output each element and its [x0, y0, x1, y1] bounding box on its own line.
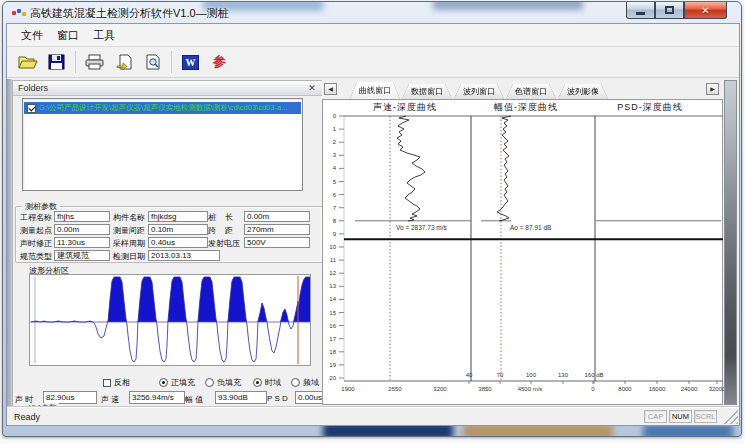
- param-label: 发射电压: [208, 238, 240, 249]
- svg-text:Vo = 2837.73 m/s: Vo = 2837.73 m/s: [396, 224, 448, 231]
- svg-text:17: 17: [329, 336, 336, 342]
- tab-bar: ◀ 曲线窗口数据窗口波列窗口色谱窗口波列影像 ▶: [322, 80, 739, 99]
- file-list[interactable]: G:\公司产品设计开发\超声仪器\超声仪实地检测数据\测桩\cd\cd03\cd…: [22, 98, 303, 191]
- param-label: 声时修正: [20, 238, 52, 249]
- tab-曲线窗口[interactable]: 曲线窗口: [350, 82, 400, 99]
- invert-checkbox[interactable]: 反相: [103, 377, 130, 388]
- param-field[interactable]: 0.40us: [148, 237, 208, 248]
- svg-text:8: 8: [333, 218, 337, 224]
- svg-text:0: 0: [333, 113, 337, 119]
- svg-text:4500 m/s: 4500 m/s: [518, 386, 543, 392]
- param-label: 桩 长: [208, 212, 233, 223]
- svg-text:16000: 16000: [649, 386, 666, 392]
- tab-scroll-right-icon[interactable]: ▶: [706, 83, 719, 95]
- param-field[interactable]: 0.00m: [244, 211, 310, 222]
- svg-text:40: 40: [466, 372, 473, 378]
- window-title: 高铁建筑混凝土检测分析软件V1.0—测桩: [30, 6, 229, 21]
- vertical-scrollbar[interactable]: [724, 80, 737, 405]
- menu-bar: 文件窗口工具: [7, 24, 739, 47]
- resize-grip[interactable]: [724, 410, 738, 424]
- status-bar: Ready CAPNUMSCRL: [7, 407, 739, 425]
- status-key-SCRL: SCRL: [694, 410, 717, 423]
- status-key-CAP: CAP: [644, 410, 667, 423]
- tab-波列影像[interactable]: 波列影像: [558, 84, 608, 99]
- menu-item-1[interactable]: 窗口: [50, 25, 86, 46]
- file-checkbox[interactable]: [27, 104, 36, 113]
- param-field[interactable]: 建筑规范: [54, 250, 110, 261]
- fill-negative-radio[interactable]: 负填充: [205, 377, 241, 388]
- tab-数据窗口[interactable]: 数据窗口: [402, 84, 452, 99]
- file-path: G:\公司产品设计开发\超声仪器\超声仪实地检测数据\测桩\cd\cd03\cd…: [39, 103, 287, 113]
- svg-text:10: 10: [329, 244, 336, 250]
- waveform-box[interactable]: [29, 274, 311, 366]
- maximize-button[interactable]: [655, 2, 684, 19]
- word-export-button[interactable]: W: [178, 50, 203, 74]
- param-field[interactable]: 0.10m: [148, 224, 208, 235]
- param-label: 测量间距: [113, 225, 145, 236]
- params-button[interactable]: 参: [207, 50, 232, 74]
- file-list-item[interactable]: G:\公司产品设计开发\超声仪器\超声仪实地检测数据\测桩\cd\cd03\cd…: [24, 102, 301, 114]
- svg-text:11: 11: [330, 257, 337, 263]
- svg-text:7: 7: [333, 205, 337, 211]
- open-button[interactable]: [15, 50, 40, 74]
- svg-text:3200: 3200: [433, 386, 447, 392]
- time-domain-radio[interactable]: 时域: [253, 377, 281, 388]
- svg-text:14: 14: [329, 296, 336, 302]
- svg-text:20: 20: [329, 375, 336, 381]
- param-label: 跨 距: [208, 225, 233, 236]
- print-button[interactable]: [82, 50, 107, 74]
- svg-text:16: 16: [329, 323, 336, 329]
- svg-text:12: 12: [329, 270, 336, 276]
- svg-text:5: 5: [333, 179, 337, 185]
- pile-params-group: 测桩参数 工程名称fhjhs构件名称fhjkdsg桩 长0.00m测量起点0.0…: [15, 206, 323, 263]
- app-window: 高铁建筑混凝土检测分析软件V1.0—测桩 ✕ 文件窗口工具: [2, 1, 742, 437]
- param-field[interactable]: 0.00m: [54, 224, 110, 235]
- svg-text:13: 13: [329, 283, 336, 289]
- folders-close-icon[interactable]: ✕: [306, 82, 318, 94]
- folders-panel-title: Folders: [18, 83, 48, 93]
- folders-panel-header[interactable]: Folders ✕: [13, 81, 323, 96]
- work-area: Folders ✕ G:\公司产品设计开发\超声仪器\超声仪实地检测数据\测桩\…: [7, 79, 739, 407]
- word-icon: W: [182, 55, 199, 70]
- svg-text:160 dB: 160 dB: [584, 372, 603, 378]
- param-field[interactable]: 2013.03.13: [148, 250, 220, 261]
- readout-label: P S D: [267, 394, 288, 403]
- freq-domain-radio[interactable]: 频域: [291, 377, 319, 388]
- fill-positive-radio[interactable]: 正填充: [159, 377, 195, 388]
- svg-text:幅值-深度曲线: 幅值-深度曲线: [494, 102, 558, 112]
- client-area: 文件窗口工具: [6, 23, 740, 426]
- wave-controls: 反相 正填充 负填充 时域 频域: [13, 377, 319, 391]
- tab-波列窗口[interactable]: 波列窗口: [454, 84, 504, 99]
- close-button[interactable]: ✕: [684, 2, 727, 19]
- menu-item-0[interactable]: 文件: [14, 25, 50, 46]
- param-field[interactable]: 11.30us: [54, 237, 110, 248]
- param-label: 测量起点: [20, 225, 52, 236]
- desktop: 高铁建筑混凝土检测分析软件V1.0—测桩 ✕ 文件窗口工具: [0, 0, 745, 444]
- svg-text:15: 15: [329, 310, 336, 316]
- param-field[interactable]: fhjhs: [54, 211, 110, 222]
- chart-area[interactable]: 声速-深度曲线幅值-深度曲线PSD-深度曲线012345678910111213…: [322, 99, 723, 405]
- menu-item-2[interactable]: 工具: [86, 25, 122, 46]
- svg-text:0: 0: [591, 386, 595, 392]
- svg-text:100: 100: [526, 372, 537, 378]
- svg-text:6: 6: [333, 192, 337, 198]
- tab-scroll-left-icon[interactable]: ◀: [324, 83, 337, 95]
- param-field[interactable]: 270mm: [244, 224, 310, 235]
- svg-text:4: 4: [333, 165, 337, 171]
- print-preview-button[interactable]: [140, 50, 165, 74]
- svg-text:3850: 3850: [478, 386, 492, 392]
- param-label: 采样周期: [113, 238, 145, 249]
- param-label: 构件名称: [113, 212, 145, 223]
- param-label: 检测日期: [113, 251, 145, 262]
- export-button[interactable]: [111, 50, 136, 74]
- minimize-button[interactable]: [626, 2, 655, 19]
- svg-text:130: 130: [558, 372, 569, 378]
- save-button[interactable]: [44, 50, 69, 74]
- chart-panel: ◀ 曲线窗口数据窗口波列窗口色谱窗口波列影像 ▶ 声速-深度曲线幅值-深度曲线P…: [322, 80, 739, 407]
- param-field[interactable]: fhjkdsg: [148, 211, 208, 222]
- title-bar[interactable]: 高铁建筑混凝土检测分析软件V1.0—测桩 ✕: [3, 2, 741, 24]
- svg-text:1900: 1900: [341, 386, 355, 392]
- svg-text:Ao = 87.91 dB: Ao = 87.91 dB: [510, 224, 551, 231]
- tab-色谱窗口[interactable]: 色谱窗口: [506, 84, 556, 99]
- param-field[interactable]: 500V: [244, 237, 310, 248]
